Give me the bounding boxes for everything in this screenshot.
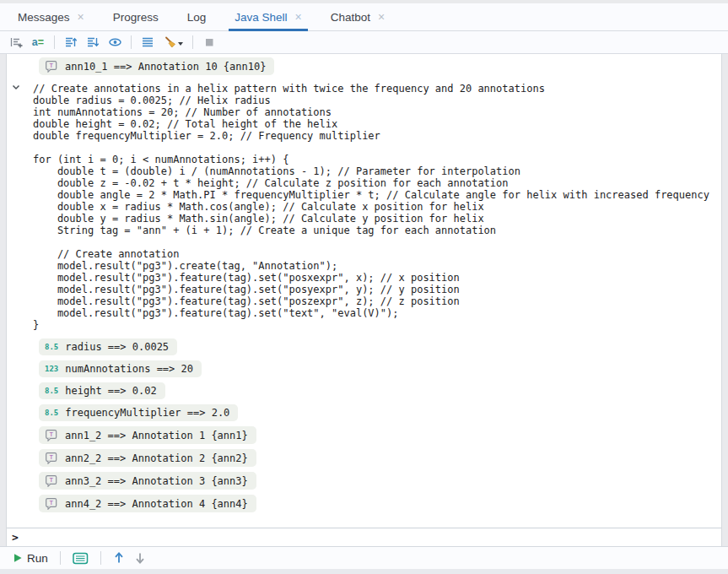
result-chip: Tann2_2 ==> Annotation 2 {ann2} bbox=[39, 449, 256, 467]
result-text: ann3_2 ==> Annotation 3 {ann3} bbox=[65, 475, 248, 487]
toolbar-separator bbox=[192, 35, 193, 49]
a-equals-icon: a= bbox=[32, 36, 44, 48]
runbar-separator bbox=[60, 551, 61, 565]
result-text: numAnnotations ==> 20 bbox=[65, 363, 193, 375]
fold-chevron-icon[interactable] bbox=[12, 84, 20, 90]
result-chip: 8.5height ==> 0.02 bbox=[39, 382, 165, 399]
annotation-icon: T bbox=[45, 474, 58, 487]
history-down-button[interactable] bbox=[132, 551, 148, 565]
list-icon[interactable] bbox=[138, 33, 158, 51]
result-text: radius ==> 0.0025 bbox=[65, 341, 169, 353]
tab-label: Progress bbox=[113, 11, 159, 24]
run-button[interactable]: Run bbox=[11, 552, 50, 565]
result-text: ann4_2 ==> Annotation 4 {ann4} bbox=[65, 498, 248, 510]
tab-close-icon[interactable]: × bbox=[378, 11, 385, 23]
annotation-icon: T bbox=[45, 60, 58, 73]
prompt-character: > bbox=[12, 531, 19, 544]
results-list: 8.5radius ==> 0.0025123numAnnotations ==… bbox=[7, 338, 721, 512]
result-text: frequencyMultiplier ==> 2.0 bbox=[65, 407, 229, 419]
stop-icon[interactable] bbox=[199, 33, 219, 51]
svg-text:T: T bbox=[49, 499, 53, 506]
scroll-up-icon[interactable] bbox=[61, 33, 81, 51]
tab-log[interactable]: Log bbox=[173, 3, 221, 30]
code-block-wrap: // Create annotations in a helix pattern… bbox=[33, 83, 721, 331]
result-chip: Tann10_1 ==> Annotation 10 {ann10} bbox=[39, 57, 274, 75]
result-chip: 8.5frequencyMultiplier ==> 2.0 bbox=[39, 404, 238, 421]
code-block: // Create annotations in a helix pattern… bbox=[33, 83, 721, 331]
annotation-icon: T bbox=[45, 452, 58, 464]
result-chip: 123numAnnotations ==> 20 bbox=[39, 360, 202, 377]
tab-java-shell[interactable]: Java Shell× bbox=[220, 3, 315, 30]
result-text: height ==> 0.02 bbox=[65, 385, 156, 397]
annotation-icon: T bbox=[45, 497, 58, 510]
java-shell-tool-window: Messages×ProgressLogJava Shell×Chatbot× … bbox=[0, 0, 728, 574]
double-type-badge: 8.5 bbox=[45, 343, 58, 351]
tab-close-icon[interactable]: × bbox=[78, 11, 84, 23]
tab-chatbot[interactable]: Chatbot× bbox=[316, 3, 399, 30]
result-chip: Tann4_2 ==> Annotation 4 {ann4} bbox=[39, 495, 256, 512]
tab-label: Messages bbox=[18, 11, 70, 24]
up-arrow-icon bbox=[113, 551, 125, 565]
window-bottom-strip bbox=[0, 569, 728, 574]
double-type-badge: 8.5 bbox=[45, 387, 58, 395]
svg-text:T: T bbox=[49, 476, 53, 484]
lines-plus-icon[interactable] bbox=[6, 33, 26, 51]
tab-progress[interactable]: Progress bbox=[99, 3, 173, 30]
console-log-icon[interactable] bbox=[71, 552, 90, 565]
console-input-line[interactable]: > bbox=[7, 528, 721, 546]
play-icon bbox=[13, 553, 23, 563]
broom-icon[interactable] bbox=[159, 33, 186, 51]
tab-label: Log bbox=[187, 11, 207, 24]
top-result-slot: Tann10_1 ==> Annotation 10 {ann10} bbox=[7, 57, 721, 75]
eye-icon[interactable] bbox=[105, 33, 125, 51]
tab-label: Java Shell bbox=[235, 11, 287, 24]
result-text: ann10_1 ==> Annotation 10 {ann10} bbox=[65, 61, 266, 73]
runbar-separator bbox=[100, 551, 101, 565]
tab-messages[interactable]: Messages× bbox=[3, 3, 99, 30]
int-type-badge: 123 bbox=[45, 365, 58, 373]
svg-text:T: T bbox=[49, 453, 53, 461]
tab-bar: Messages×ProgressLogJava Shell×Chatbot× bbox=[0, 3, 728, 31]
tab-close-icon[interactable]: × bbox=[295, 11, 302, 23]
result-chip: Tann1_2 ==> Annotation 1 {ann1} bbox=[39, 426, 256, 444]
show-value-icon[interactable]: a= bbox=[28, 33, 48, 51]
result-text: ann2_2 ==> Annotation 2 {ann2} bbox=[65, 452, 248, 464]
dropdown-caret-icon bbox=[178, 42, 183, 48]
annotation-icon: T bbox=[45, 429, 58, 441]
console-output: Tann10_1 ==> Annotation 10 {ann10} // Cr… bbox=[7, 54, 721, 528]
console-panel: Tann10_1 ==> Annotation 10 {ann10} // Cr… bbox=[6, 54, 722, 546]
down-arrow-icon bbox=[134, 551, 146, 565]
tab-label: Chatbot bbox=[331, 11, 370, 24]
svg-text:T: T bbox=[49, 430, 53, 438]
toolbar-separator bbox=[131, 35, 132, 49]
result-text: ann1_2 ==> Annotation 1 {ann1} bbox=[65, 430, 248, 441]
run-bar: Run bbox=[0, 546, 728, 569]
double-type-badge: 8.5 bbox=[45, 409, 58, 417]
result-chip: 8.5radius ==> 0.0025 bbox=[39, 338, 177, 355]
toolbar-separator bbox=[54, 35, 55, 49]
svg-text:T: T bbox=[49, 62, 53, 69]
history-up-button[interactable] bbox=[111, 551, 127, 565]
run-button-label: Run bbox=[27, 552, 48, 565]
console-toolbar: a= bbox=[0, 31, 728, 54]
scroll-down-icon[interactable] bbox=[83, 33, 103, 51]
result-chip: Tann3_2 ==> Annotation 3 {ann3} bbox=[39, 472, 256, 490]
